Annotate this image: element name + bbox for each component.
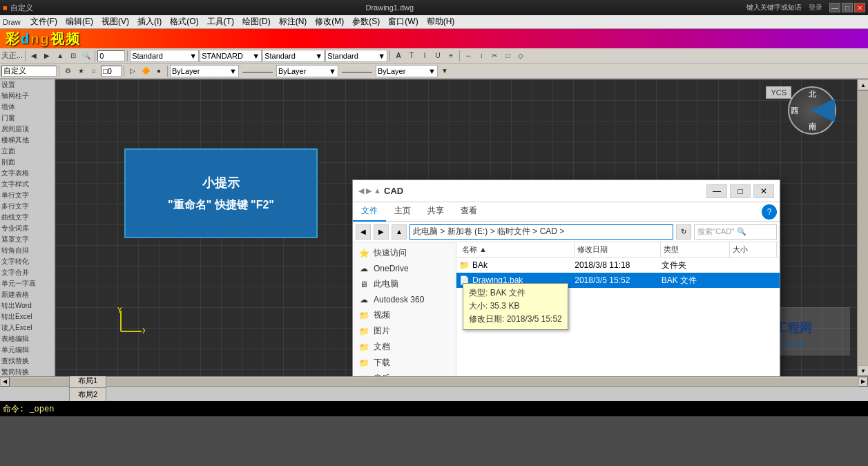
sidebar-item[interactable]: 门窗 (0, 113, 55, 124)
sidebar-item[interactable]: 繁简转换 (0, 367, 55, 376)
search-box[interactable]: 搜索"CAD" 🔍 (694, 224, 777, 240)
right-scrollbar[interactable]: ▲ ▼ (857, 79, 868, 376)
minimize-button[interactable]: — (829, 3, 840, 12)
sidebar-item[interactable]: 遮罩文字 (0, 234, 55, 245)
tb2-btn-6[interactable]: ▼ (438, 65, 451, 77)
style2-dropdown[interactable]: STANDARD▼ (200, 50, 262, 62)
menu-item[interactable]: 窗口(W) (384, 15, 422, 28)
layout-tab-布局2[interactable]: 布局2 (69, 387, 106, 401)
menu-item[interactable]: 文件(F) (26, 15, 61, 28)
sidebar-item[interactable]: 立面 (0, 146, 55, 157)
toolbar-btn-1[interactable]: ◀ (28, 50, 40, 62)
tb2-btn-5[interactable]: ● (153, 65, 165, 77)
menu-item[interactable]: 标注(N) (275, 15, 311, 28)
login-button[interactable]: 登录 (809, 3, 822, 12)
sidebar-item[interactable]: 专业词库 (0, 223, 55, 234)
sidebar-item[interactable]: 转出Excel (0, 311, 55, 322)
nav-item-OneDrive[interactable]: ☁OneDrive (353, 261, 456, 276)
sidebar-item[interactable]: 剖面 (0, 157, 55, 168)
menu-item[interactable]: 修改(M) (311, 15, 348, 28)
nav-item-Autodesk 360[interactable]: ☁Autodesk 360 (353, 292, 456, 307)
sidebar-item[interactable]: 轴网柱子 (0, 90, 55, 101)
address-forward-btn[interactable]: ▶ (374, 224, 389, 240)
tb-icon-b[interactable]: T (405, 50, 418, 62)
nav-item-此电脑[interactable]: 🖥此电脑 (353, 276, 456, 292)
tb2-btn-1[interactable]: ⚙ (61, 65, 74, 77)
sidebar-item[interactable]: 单行文字 (0, 190, 55, 201)
tb-icon-f[interactable]: ↔ (462, 50, 474, 62)
style3-dropdown[interactable]: Standard▼ (262, 50, 325, 62)
sidebar-item[interactable]: 单元编辑 (0, 344, 55, 356)
toolbar-btn-3[interactable]: ▲ (54, 50, 66, 62)
menu-item[interactable]: 视图(V) (97, 15, 133, 28)
sidebar-item[interactable]: 多行文字 (0, 201, 55, 212)
tb-icon-d[interactable]: U (432, 50, 444, 62)
sidebar-item[interactable]: 文字合并 (0, 267, 55, 278)
file-row[interactable]: 📁BAk2018/3/8 11:18文件夹 (456, 258, 780, 273)
menu-item[interactable]: 工具(T) (203, 15, 238, 28)
close-button[interactable]: ✕ (854, 3, 865, 12)
sidebar-item[interactable]: 转角自排 (0, 245, 55, 256)
nav-item-音乐[interactable]: 📁音乐 (353, 371, 456, 376)
menu-item[interactable]: 参数(S) (348, 15, 384, 28)
bylayer2-dropdown[interactable]: ByLayer▼ (276, 65, 338, 77)
explorer-maximize-btn[interactable]: □ (730, 184, 751, 198)
tb2-btn-4[interactable]: 🔶 (139, 65, 152, 77)
menu-item[interactable]: 编辑(E) (61, 15, 97, 28)
col-size-header[interactable]: 大小 (730, 242, 777, 257)
menu-item[interactable]: 插入(I) (133, 15, 166, 28)
toolbar-btn-2[interactable]: ▶ (41, 50, 53, 62)
canvas-area[interactable]: 小提示 "重命名" 快捷键 "F2" 北 南 东 西 YCS X Y (55, 79, 857, 376)
tb-icon-a[interactable]: A (392, 50, 405, 62)
tb2-btn-3[interactable]: ⌂ (88, 65, 100, 77)
tb2-btn-2[interactable]: ★ (75, 65, 87, 77)
maximize-button[interactable]: □ (842, 3, 853, 12)
style1-dropdown[interactable]: Standard▼ (130, 50, 199, 62)
ribbon-tab-view[interactable]: 查看 (452, 202, 485, 222)
bottom-scrollbar[interactable]: ◀ ▶ (0, 376, 868, 386)
bylayer3-dropdown[interactable]: ByLayer▼ (376, 65, 438, 77)
scroll-bar-track[interactable] (10, 378, 858, 386)
style4-dropdown[interactable]: Standard▼ (325, 50, 387, 62)
nav-item-快速访问[interactable]: ⭐快速访问 (353, 245, 456, 261)
sidebar-item[interactable]: 单元一字高 (0, 278, 55, 289)
scroll-up-btn[interactable]: ▲ (858, 79, 868, 90)
menu-item[interactable]: 帮助(H) (423, 15, 459, 28)
menu-item[interactable]: 绘图(D) (238, 15, 275, 28)
tb-icon-c[interactable]: I (418, 50, 431, 62)
nav-item-文档[interactable]: 📁文档 (353, 339, 456, 355)
address-path[interactable]: 此电脑 > 新加卷 (E:) > 临时文件 > CAD > (409, 224, 673, 240)
tb-icon-h[interactable]: ✂ (488, 50, 501, 62)
tb-icon-e[interactable]: ≡ (445, 50, 457, 62)
tb-icon-i[interactable]: □ (501, 50, 514, 62)
scroll-track[interactable] (858, 90, 868, 365)
ribbon-tab-file[interactable]: 文件 (353, 202, 386, 222)
sidebar-item[interactable]: 文字样式 (0, 179, 55, 190)
tb-icon-g[interactable]: ↕ (475, 50, 488, 62)
ribbon-tab-home[interactable]: 主页 (386, 202, 419, 222)
sidebar-item[interactable]: 楼梯其他 (0, 135, 55, 146)
col-type-header[interactable]: 类型 (661, 242, 731, 257)
toolbar-btn-5[interactable]: 🔍 (80, 50, 93, 62)
sidebar-item[interactable]: 曲线文字 (0, 212, 55, 223)
ribbon-tab-share[interactable]: 共享 (419, 202, 452, 222)
sidebar-item[interactable]: 墙体 (0, 101, 55, 113)
scroll-left-btn[interactable]: ◀ (0, 377, 10, 387)
address-back-btn[interactable]: ◀ (356, 224, 371, 240)
menu-item[interactable]: 格式(O) (166, 15, 202, 28)
tb2-input[interactable] (101, 66, 122, 77)
sidebar-item[interactable]: 房间层顶 (0, 124, 55, 135)
sidebar-item[interactable]: 文字表格 (0, 168, 55, 179)
layer-input[interactable] (97, 50, 125, 61)
sidebar-item[interactable]: 读入Excel (0, 322, 55, 333)
address-up-btn[interactable]: ▲ (392, 224, 407, 240)
nav-item-图片[interactable]: 📁图片 (353, 323, 456, 339)
tb2-arrow1[interactable]: ▷ (126, 65, 139, 77)
sidebar-item[interactable]: 查找替换 (0, 356, 55, 367)
bylayer-dropdown[interactable]: ByLayer▼ (170, 65, 239, 77)
explorer-minimize-btn[interactable]: — (706, 184, 727, 198)
scroll-right-btn[interactable]: ▶ (858, 377, 868, 387)
toolbar-btn-4[interactable]: ⊡ (67, 50, 79, 62)
sidebar-item[interactable]: 新建表格 (0, 289, 55, 300)
sidebar-item[interactable]: 设置 (0, 79, 55, 90)
